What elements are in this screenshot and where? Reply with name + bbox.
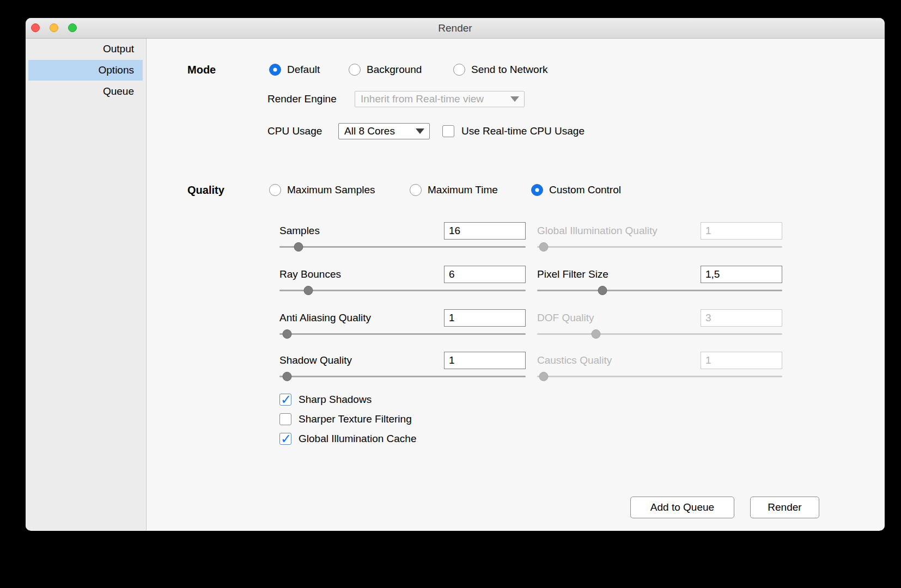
- cpu-usage-dropdown[interactable]: All 8 Cores: [338, 123, 430, 139]
- caustics-quality-slider: [537, 371, 782, 381]
- radio-icon: [269, 64, 281, 76]
- mode-radio-send-to-network[interactable]: Send to Network: [453, 63, 547, 77]
- caustics-quality-label: Caustics Quality: [537, 354, 612, 366]
- ray-bounces-label: Ray Bounces: [279, 268, 341, 280]
- radio-label: Default: [287, 64, 320, 76]
- global-illumination-quality-input: [701, 222, 782, 240]
- cpu-usage-label: CPU Usage: [267, 124, 322, 138]
- quality-radio-maximum-time[interactable]: Maximum Time: [410, 183, 498, 197]
- use-realtime-cpu-checkbox[interactable]: Use Real-time CPU Usage: [442, 124, 585, 138]
- options-panel: Mode Default Background Send to Network …: [147, 39, 885, 530]
- render-engine-dropdown: Inherit from Real-time view: [355, 91, 525, 107]
- slider-thumb: [592, 329, 601, 339]
- radio-icon: [269, 184, 281, 196]
- sharp-shadows-checkbox[interactable]: Sharp Shadows: [279, 393, 372, 407]
- global-illumination-quality-slider: [537, 242, 782, 252]
- titlebar[interactable]: Render: [26, 18, 885, 39]
- caustics-quality-slider-group: Caustics Quality: [537, 352, 782, 381]
- dof-quality-slider: [537, 329, 782, 339]
- anti-aliasing-quality-label: Anti Aliasing Quality: [279, 312, 371, 324]
- sharper-texture-filtering-checkbox[interactable]: Sharper Texture Filtering: [279, 412, 412, 426]
- checkbox-label: Sharp Shadows: [299, 394, 372, 406]
- anti-aliasing-quality-input[interactable]: [444, 309, 526, 327]
- shadow-quality-slider-group: Shadow Quality: [279, 352, 526, 381]
- samples-input[interactable]: [444, 222, 526, 240]
- slider-thumb[interactable]: [303, 286, 313, 295]
- shadow-quality-label: Shadow Quality: [279, 354, 352, 366]
- chevron-down-icon: [416, 128, 424, 134]
- pixel-filter-size-slider-group: Pixel Filter Size: [537, 266, 782, 295]
- radio-label: Custom Control: [549, 184, 621, 196]
- dof-quality-slider-group: DOF Quality: [537, 309, 782, 339]
- checkbox-icon: [279, 413, 291, 425]
- radio-label: Maximum Time: [428, 184, 498, 196]
- samples-label: Samples: [279, 225, 320, 237]
- sidebar: Output Options Queue: [26, 39, 147, 530]
- dof-quality-input: [701, 309, 782, 327]
- caustics-quality-input: [701, 352, 782, 369]
- radio-label: Maximum Samples: [287, 184, 375, 196]
- add-to-queue-button[interactable]: Add to Queue: [630, 497, 734, 518]
- checkbox-icon: [279, 394, 291, 406]
- global-illumination-quality-slider-group: Global Illumination Quality: [537, 222, 782, 252]
- close-button[interactable]: [31, 23, 40, 32]
- checkbox-label: Sharper Texture Filtering: [299, 413, 412, 425]
- mode-radio-background[interactable]: Background: [349, 63, 422, 77]
- render-engine-value: Inherit from Real-time view: [361, 93, 484, 105]
- cpu-usage-value: All 8 Cores: [344, 125, 395, 137]
- samples-slider[interactable]: [279, 242, 526, 252]
- traffic-lights: [31, 23, 77, 32]
- pixel-filter-size-slider[interactable]: [537, 285, 782, 295]
- slider-thumb[interactable]: [283, 329, 292, 339]
- anti-aliasing-quality-slider-group: Anti Aliasing Quality: [279, 309, 526, 339]
- radio-icon: [531, 184, 543, 196]
- chevron-down-icon: [510, 96, 519, 102]
- mode-radio-default[interactable]: Default: [269, 63, 320, 77]
- pixel-filter-size-label: Pixel Filter Size: [537, 268, 608, 280]
- mode-section-label: Mode: [187, 63, 216, 77]
- ray-bounces-slider-group: Ray Bounces: [279, 266, 526, 295]
- global-illumination-cache-checkbox[interactable]: Global Illumination Cache: [279, 432, 417, 446]
- slider-thumb: [539, 242, 549, 252]
- minimize-button[interactable]: [50, 23, 58, 32]
- dof-quality-label: DOF Quality: [537, 312, 594, 324]
- render-engine-label: Render Engine: [267, 92, 337, 106]
- radio-label: Send to Network: [471, 64, 547, 76]
- radio-icon: [453, 64, 465, 76]
- quality-radio-custom-control[interactable]: Custom Control: [531, 183, 621, 197]
- radio-icon: [349, 64, 361, 76]
- quality-section-label: Quality: [187, 183, 224, 197]
- sidebar-item-output[interactable]: Output: [28, 39, 143, 59]
- render-window: Render Output Options Queue Mode Default…: [26, 18, 885, 531]
- slider-thumb[interactable]: [283, 372, 292, 381]
- pixel-filter-size-input[interactable]: [701, 266, 782, 283]
- global-illumination-quality-label: Global Illumination Quality: [537, 225, 658, 237]
- slider-thumb[interactable]: [598, 286, 607, 295]
- ray-bounces-input[interactable]: [444, 266, 526, 283]
- window-title: Render: [26, 18, 885, 39]
- checkbox-label: Global Illumination Cache: [299, 433, 417, 445]
- sidebar-item-queue[interactable]: Queue: [28, 81, 143, 102]
- render-button[interactable]: Render: [750, 497, 819, 518]
- radio-label: Background: [367, 64, 422, 76]
- samples-slider-group: Samples: [279, 222, 526, 252]
- shadow-quality-input[interactable]: [444, 352, 526, 369]
- radio-icon: [410, 184, 422, 196]
- zoom-button[interactable]: [68, 23, 77, 32]
- sidebar-item-options[interactable]: Options: [28, 60, 143, 81]
- checkbox-icon: [442, 125, 454, 137]
- slider-thumb: [539, 372, 549, 381]
- anti-aliasing-quality-slider[interactable]: [279, 329, 526, 339]
- ray-bounces-slider[interactable]: [279, 285, 526, 295]
- quality-radio-maximum-samples[interactable]: Maximum Samples: [269, 183, 375, 197]
- shadow-quality-slider[interactable]: [279, 371, 526, 381]
- checkbox-label: Use Real-time CPU Usage: [461, 125, 585, 137]
- checkbox-icon: [279, 433, 291, 445]
- slider-thumb[interactable]: [294, 242, 303, 252]
